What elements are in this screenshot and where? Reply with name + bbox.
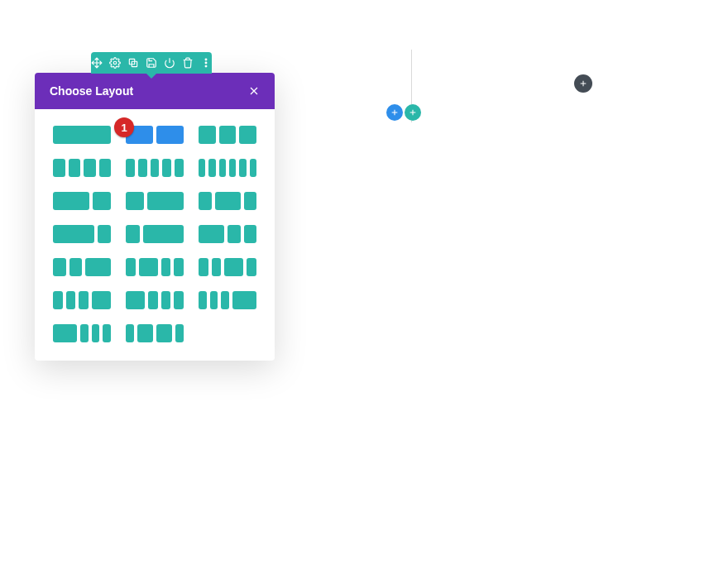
layout-option[interactable]	[199, 126, 256, 144]
layout-column	[247, 258, 256, 276]
step-badge: 1	[114, 117, 134, 137]
layout-column	[219, 126, 237, 144]
layout-column	[199, 126, 216, 144]
layout-column	[199, 225, 224, 243]
layout-column	[219, 159, 226, 177]
layout-column	[126, 324, 134, 342]
layout-column	[175, 324, 184, 342]
layout-column	[239, 126, 256, 144]
layout-column	[199, 291, 207, 309]
layout-column	[139, 258, 158, 276]
layout-column	[147, 192, 184, 210]
layout-column	[161, 291, 171, 309]
layout-column	[161, 258, 171, 276]
layout-option[interactable]	[126, 225, 184, 243]
layout-column	[53, 192, 89, 210]
layout-column	[228, 225, 241, 243]
layout-column	[66, 291, 76, 309]
choose-layout-modal: Choose Layout	[35, 73, 275, 361]
svg-point-0	[113, 61, 117, 65]
layout-column	[92, 324, 100, 342]
layout-option[interactable]	[53, 291, 111, 309]
layout-column	[232, 291, 256, 309]
move-icon[interactable]	[91, 57, 103, 69]
modal-title: Choose Layout	[50, 84, 133, 98]
layout-column	[137, 324, 153, 342]
layout-option[interactable]	[199, 192, 256, 210]
layout-column	[199, 159, 205, 177]
layout-option[interactable]	[53, 159, 111, 177]
layout-option[interactable]	[126, 258, 184, 276]
layout-column	[138, 159, 147, 177]
layout-column	[103, 324, 111, 342]
layout-column	[210, 291, 218, 309]
layout-column	[250, 159, 256, 177]
layout-column	[156, 126, 184, 144]
layout-option[interactable]	[199, 291, 256, 309]
layout-column	[84, 159, 96, 177]
layout-column	[229, 159, 236, 177]
layout-column	[93, 192, 111, 210]
layout-column	[156, 324, 172, 342]
layout-option[interactable]	[126, 159, 184, 177]
power-icon[interactable]	[164, 57, 175, 69]
layout-column	[174, 258, 184, 276]
trash-icon[interactable]	[182, 57, 194, 69]
more-icon[interactable]	[200, 57, 212, 69]
add-row-button[interactable]	[386, 104, 403, 121]
toolbar-pointer	[146, 74, 156, 79]
layout-column	[143, 225, 184, 243]
layout-column	[162, 159, 171, 177]
save-icon[interactable]	[146, 57, 157, 69]
layout-column	[224, 258, 243, 276]
layout-column	[215, 192, 241, 210]
layout-column	[199, 192, 212, 210]
layout-column	[53, 291, 63, 309]
layout-column	[92, 291, 111, 309]
layout-option[interactable]	[53, 258, 111, 276]
layout-column	[148, 291, 158, 309]
layout-option[interactable]	[199, 159, 256, 177]
add-new-button[interactable]	[574, 74, 592, 93]
layout-column	[53, 225, 94, 243]
layout-option[interactable]	[53, 225, 111, 243]
layout-option[interactable]	[126, 291, 184, 309]
layout-column	[69, 258, 83, 276]
layout-column	[126, 291, 145, 309]
layout-column	[151, 159, 160, 177]
layout-option[interactable]	[53, 192, 111, 210]
layout-column	[175, 159, 184, 177]
layout-option[interactable]	[126, 324, 184, 342]
layout-option[interactable]	[126, 192, 184, 210]
layout-column	[53, 324, 77, 342]
close-icon[interactable]	[248, 85, 260, 97]
layout-column	[244, 192, 257, 210]
layout-option[interactable]	[53, 324, 111, 342]
layout-column	[126, 192, 144, 210]
layout-column	[244, 225, 257, 243]
layout-grid	[53, 126, 256, 342]
layout-column	[69, 159, 81, 177]
layout-column	[98, 225, 112, 243]
layout-column	[79, 291, 89, 309]
add-section-button[interactable]	[405, 104, 421, 121]
layout-column	[80, 324, 89, 342]
layout-column	[53, 258, 66, 276]
layout-option[interactable]	[126, 126, 184, 144]
svg-point-3	[205, 59, 207, 60]
layout-column	[212, 258, 222, 276]
gear-icon[interactable]	[109, 57, 121, 69]
modal-body	[35, 109, 275, 361]
layout-column	[126, 159, 135, 177]
layout-column	[53, 159, 65, 177]
layout-column	[208, 159, 215, 177]
layout-column	[99, 159, 112, 177]
layout-column	[126, 258, 136, 276]
layout-option[interactable]	[53, 126, 111, 144]
layout-option[interactable]	[199, 258, 256, 276]
layout-column	[199, 258, 208, 276]
layout-column	[221, 291, 229, 309]
svg-point-5	[205, 65, 207, 67]
layout-option[interactable]	[199, 225, 256, 243]
duplicate-icon[interactable]	[127, 57, 139, 69]
